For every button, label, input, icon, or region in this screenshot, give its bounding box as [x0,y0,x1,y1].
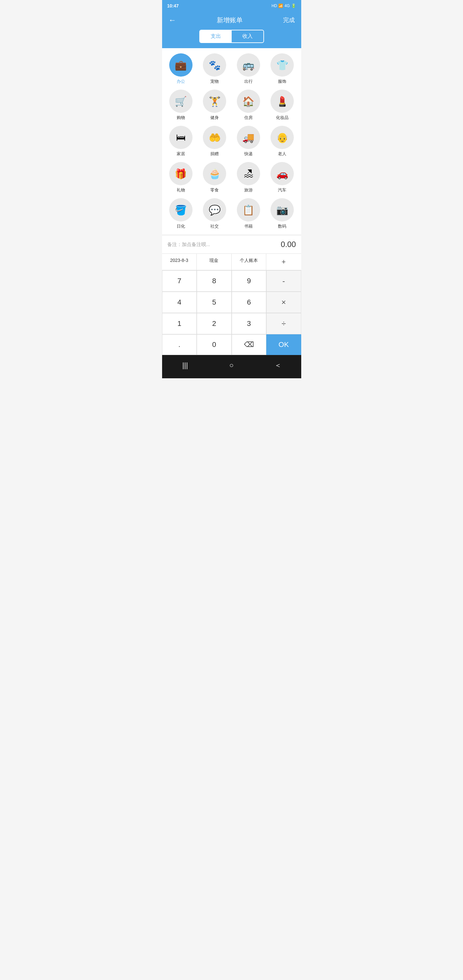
category-item-家居[interactable]: 🛏家居 [165,126,197,157]
battery-icon: 🔋 [291,3,296,8]
category-icon-住房: 🏠 [237,89,260,113]
category-label-捐赠: 捐赠 [210,151,219,157]
category-item-书籍[interactable]: 📋书籍 [233,198,264,229]
category-label-服饰: 服饰 [278,79,286,84]
category-label-出行: 出行 [244,79,253,84]
category-icon-服饰: 👕 [270,53,294,76]
category-icon-数码: 📷 [270,198,294,221]
btn-8[interactable]: 8 [197,270,232,292]
btn-dot[interactable]: . [162,334,197,355]
category-icon-旅游: 🏖 [237,162,260,185]
category-icon-健身: 🏋 [203,89,226,113]
btn-ok[interactable]: OK [266,334,301,355]
amount-display: 0.00 [281,240,296,249]
category-icon-出行: 🚌 [237,53,260,76]
calculator: 2023-8-3 现金 个人账本 + 7 8 9 - 4 5 6 × 1 2 3… [162,254,301,355]
category-label-购物: 购物 [177,115,185,121]
remark-label: 备注：加点备注呗... [167,242,210,248]
btn-9[interactable]: 9 [232,270,267,292]
btn-multiply[interactable]: × [266,292,301,313]
btn-2[interactable]: 2 [197,313,232,334]
category-item-数码[interactable]: 📷数码 [267,198,298,229]
category-icon-零食: 🧁 [203,162,226,185]
back-button[interactable]: ← [169,16,176,25]
btn-divide[interactable]: ÷ [266,313,301,334]
payment-cell[interactable]: 现金 [197,254,232,270]
category-icon-购物: 🛒 [169,89,193,113]
category-label-书籍: 书籍 [244,223,253,229]
category-icon-社交: 💬 [203,198,226,221]
btn-0[interactable]: 0 [197,334,232,355]
btn-7[interactable]: 7 [162,270,197,292]
category-label-化妆品: 化妆品 [276,115,289,121]
status-bar: 10:47 HD 📶 4G 🔋 [162,0,301,12]
remark-prefix: 备注： [167,242,182,247]
category-label-数码: 数码 [278,223,286,229]
nav-menu-icon[interactable]: ||| [179,359,192,372]
category-label-零食: 零食 [210,187,219,193]
nav-home-icon[interactable]: ○ [225,359,238,372]
done-button[interactable]: 完成 [283,16,295,24]
btn-5[interactable]: 5 [197,292,232,313]
category-item-出行[interactable]: 🚌出行 [233,53,264,84]
tab-toggle: 支出 收入 [199,30,264,43]
btn-backspace[interactable]: ⌫ [232,334,267,355]
category-item-汽车[interactable]: 🚗汽车 [267,162,298,193]
category-item-快递[interactable]: 🚚快递 [233,126,264,157]
category-item-礼物[interactable]: 🎁礼物 [165,162,197,193]
header: ← 新增账单 完成 [162,12,301,30]
category-item-捐赠[interactable]: 🤲捐赠 [199,126,230,157]
category-label-旅游: 旅游 [244,187,253,193]
remark-placeholder[interactable]: 加点备注呗... [182,242,210,247]
add-cell[interactable]: + [266,254,301,270]
btn-3[interactable]: 3 [232,313,267,334]
category-icon-办公: 💼 [169,53,193,76]
calc-grid: 7 8 9 - 4 5 6 × 1 2 3 ÷ . 0 ⌫ OK [162,270,301,355]
category-item-宠物[interactable]: 🐾宠物 [199,53,230,84]
tab-expense[interactable]: 支出 [200,30,232,42]
nav-bar: ||| ○ ＜ [162,355,301,378]
category-label-礼物: 礼物 [177,187,185,193]
category-label-家居: 家居 [177,151,185,157]
tab-income[interactable]: 收入 [232,30,263,42]
date-cell[interactable]: 2023-8-3 [162,254,197,270]
account-cell[interactable]: 个人账本 [232,254,267,270]
category-icon-捐赠: 🤲 [203,126,226,149]
category-icon-化妆品: 💄 [270,89,294,113]
category-icon-老人: 👴 [270,126,294,149]
btn-4[interactable]: 4 [162,292,197,313]
btn-minus[interactable]: - [266,270,301,292]
category-item-日化[interactable]: 🪣日化 [165,198,197,229]
category-icon-日化: 🪣 [169,198,193,221]
category-icon-家居: 🛏 [169,126,193,149]
category-icon-快递: 🚚 [237,126,260,149]
remark-bar: 备注：加点备注呗... 0.00 [162,235,301,254]
category-grid: 💼办公🐾宠物🚌出行👕服饰🛒购物🏋健身🏠住房💄化妆品🛏家居🤲捐赠🚚快递👴老人🎁礼物… [162,48,301,234]
tab-bar: 支出 收入 [162,30,301,48]
category-item-健身[interactable]: 🏋健身 [199,89,230,121]
hd-badge: HD [271,3,277,8]
category-icon-礼物: 🎁 [169,162,193,185]
category-icon-宠物: 🐾 [203,53,226,76]
btn-1[interactable]: 1 [162,313,197,334]
category-label-住房: 住房 [244,115,253,121]
category-item-化妆品[interactable]: 💄化妆品 [267,89,298,121]
category-item-购物[interactable]: 🛒购物 [165,89,197,121]
category-item-社交[interactable]: 💬社交 [199,198,230,229]
category-label-老人: 老人 [278,151,286,157]
calc-info-row: 2023-8-3 现金 个人账本 + [162,254,301,270]
category-item-老人[interactable]: 👴老人 [267,126,298,157]
category-item-服饰[interactable]: 👕服饰 [267,53,298,84]
category-label-办公: 办公 [177,79,185,84]
signal-icon: 4G [284,3,290,8]
category-label-宠物: 宠物 [210,79,219,84]
category-item-旅游[interactable]: 🏖旅游 [233,162,264,193]
category-item-办公[interactable]: 💼办公 [165,53,197,84]
category-item-住房[interactable]: 🏠住房 [233,89,264,121]
nav-back-icon[interactable]: ＜ [271,359,284,372]
category-item-零食[interactable]: 🧁零食 [199,162,230,193]
btn-6[interactable]: 6 [232,292,267,313]
status-icons: HD 📶 4G 🔋 [271,3,296,8]
category-label-日化: 日化 [177,223,185,229]
status-time: 10:47 [167,3,179,8]
